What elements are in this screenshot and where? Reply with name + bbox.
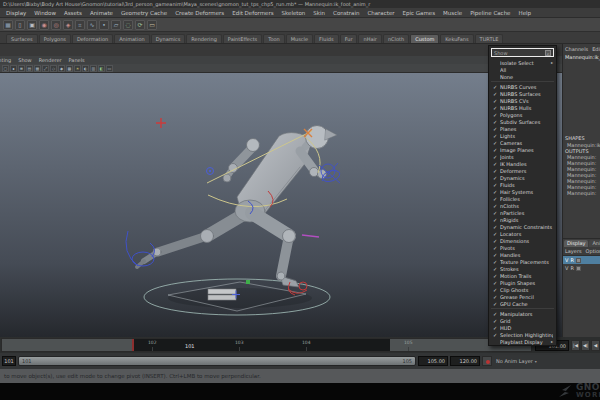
menu-item[interactable]: Help	[519, 10, 532, 16]
wireframe-icon[interactable]: ◇	[50, 65, 57, 72]
show-menu-item[interactable]: ✓ NURBS Surfaces	[489, 90, 556, 97]
show-menu-item[interactable]: All	[489, 66, 556, 73]
show-menu-item[interactable]: ✓ nParticles	[489, 209, 556, 216]
menu-set-icon[interactable]: ▦	[3, 20, 13, 30]
show-menu-item[interactable]: ✓ Follicles	[489, 195, 556, 202]
select-hierarchy-icon[interactable]: ◉	[39, 20, 49, 30]
panel-menu-item[interactable]: Panels	[69, 57, 85, 63]
select-component-icon[interactable]: ◈	[63, 20, 73, 30]
shelf-tab[interactable]: KekuFans	[440, 34, 473, 43]
step-back-key-button[interactable]: ◀|	[581, 340, 590, 351]
show-menu-header[interactable]: Show ⌕	[491, 48, 554, 57]
show-menu-item[interactable]: ✓ Polygons	[489, 111, 556, 118]
menu-item[interactable]: Assets	[64, 10, 82, 16]
isolate-select-icon[interactable]: ◧	[98, 65, 105, 72]
save-scene-icon[interactable]: ▣	[27, 20, 37, 30]
selected-object-name[interactable]: Mannequin:ik_foot_anim_r	[563, 53, 600, 61]
select-object-icon[interactable]: ◎	[51, 20, 61, 30]
menu-item[interactable]: Constrain	[333, 10, 359, 16]
shelf-tab[interactable]: Fur	[340, 34, 358, 43]
snap-plane-icon[interactable]: ▱	[111, 20, 121, 30]
menu-item[interactable]: Animate	[90, 10, 113, 16]
show-menu-item[interactable]: ✓ IK Handles	[489, 160, 556, 167]
menu-item[interactable]: Pipeline Cache	[470, 10, 510, 16]
show-menu-item[interactable]: ✓ Strokes	[489, 265, 556, 272]
resolution-gate-icon[interactable]: ▭	[106, 65, 113, 72]
panel-menu-item[interactable]: Lighting	[0, 57, 11, 63]
make-live-icon[interactable]: ◌	[123, 20, 133, 30]
show-menu-item[interactable]: ✓ NURBS Hulls	[489, 104, 556, 111]
time-slider[interactable]: 101 102 103 104 105	[1, 338, 532, 352]
range-slider[interactable]: 101 105	[18, 356, 416, 366]
show-menu-item[interactable]: ✓ NURBS Curves	[489, 83, 556, 90]
step-back-frame-button[interactable]: ◀	[591, 340, 600, 351]
output-node-name[interactable]: Mannequin:	[563, 190, 600, 196]
current-time-marker[interactable]	[132, 339, 134, 351]
layer-color-swatch[interactable]	[576, 258, 581, 263]
selected-frame-range[interactable]	[132, 339, 390, 351]
show-menu-item[interactable]: ✓ Planes	[489, 125, 556, 132]
show-menu-item[interactable]: None	[489, 73, 556, 80]
shelf-tab[interactable]: Rendering	[186, 34, 222, 43]
viewport-scene[interactable]	[0, 73, 562, 337]
anim-layer-dropdown[interactable]: No Anim Layer	[496, 358, 533, 364]
show-menu-item[interactable]: ✓ Dynamic Constraints	[489, 223, 556, 230]
shelf-tab[interactable]: Deformation	[72, 34, 113, 43]
menu-item[interactable]: Epic Games	[403, 10, 436, 16]
show-menu-item[interactable]: ✓ Subdiv Surfaces	[489, 118, 556, 125]
render-current-frame-icon[interactable]: ▭	[147, 20, 157, 30]
show-menu-item[interactable]: ✓ HUD	[489, 324, 556, 331]
smooth-shade-icon[interactable]: ◆	[58, 65, 65, 72]
camera-attributes-icon[interactable]: ≡	[18, 65, 25, 72]
layer-reference-toggle[interactable]: R	[570, 256, 573, 264]
menu-item[interactable]: Window	[34, 10, 56, 16]
channel-box-menu-item[interactable]: Channels	[565, 46, 588, 52]
image-plane-icon[interactable]: ▦	[34, 65, 41, 72]
shelf-tab[interactable]: TURTLE	[475, 34, 504, 43]
show-menu-item[interactable]: ✓ Motion Trails	[489, 272, 556, 279]
search-icon[interactable]: ⌕	[545, 50, 551, 56]
show-menu-item[interactable]: ✓ Plugin Shapes	[489, 279, 556, 286]
shelf-tab[interactable]: Surfaces	[6, 34, 38, 43]
show-menu-item[interactable]: ✓ Handles	[489, 251, 556, 258]
snap-point-icon[interactable]: •	[99, 20, 109, 30]
show-menu-item[interactable]: ✓ Dynamics	[489, 174, 556, 181]
select-camera-icon[interactable]: ▢	[2, 65, 9, 72]
shelf-tab[interactable]: Muscle	[286, 34, 313, 43]
show-menu-item[interactable]: ✓ Hair Systems	[489, 188, 556, 195]
show-menu-item[interactable]: ✓ Clip Ghosts	[489, 286, 556, 293]
display-layer-row[interactable]: V R	[563, 264, 600, 272]
animation-end-field[interactable]: 120.00	[450, 356, 480, 366]
menu-item[interactable]: Skeleton	[282, 10, 306, 16]
show-menu-item[interactable]: ✓ Selection Highlighting	[489, 331, 556, 338]
menu-item[interactable]: Muscle	[443, 10, 462, 16]
animation-start-field[interactable]: 101	[2, 356, 16, 366]
shadows-icon[interactable]: ◐	[82, 65, 89, 72]
show-menu-item[interactable]: ✓ Cameras	[489, 139, 556, 146]
panel-menu-item[interactable]: Renderer	[39, 57, 62, 63]
viewport-3d[interactable]	[0, 73, 562, 337]
menu-item[interactable]: Character	[367, 10, 394, 16]
construction-history-icon[interactable]: ⟳	[135, 20, 145, 30]
show-menu-item[interactable]: ✓ Deformers	[489, 167, 556, 174]
shelf-tab[interactable]: nHair	[358, 34, 381, 43]
show-menu-item-playblast-display[interactable]: Playblast Display ▸	[489, 338, 556, 345]
lighting-icon[interactable]: ☀	[74, 65, 81, 72]
tab-anim-layers[interactable]: Anim	[589, 240, 600, 247]
menu-item[interactable]: Geometry Cache	[121, 10, 167, 16]
layer-editor-menu-item[interactable]: Layers	[565, 248, 582, 254]
shelf-tab[interactable]: Polygons	[39, 34, 71, 43]
playback-end-field[interactable]: 105.00	[418, 356, 448, 366]
menu-item[interactable]: Edit Deformers	[232, 10, 273, 16]
channel-box-menu-item[interactable]: Edit	[592, 46, 600, 52]
new-scene-icon[interactable]: ▯	[15, 20, 25, 30]
lock-camera-icon[interactable]: ∎	[10, 65, 17, 72]
panel-menu-item[interactable]: Show	[18, 57, 32, 63]
center-of-mass-marker[interactable]	[246, 280, 250, 284]
shelf-tab[interactable]: Dynamics	[151, 34, 186, 43]
show-menu-item[interactable]: ✓ Pivots	[489, 244, 556, 251]
snap-grid-icon[interactable]: ⌗	[75, 20, 85, 30]
show-menu-item[interactable]: ✓ nCloths	[489, 202, 556, 209]
show-menu-item[interactable]: ✓ Manipulators	[489, 310, 556, 317]
shelf-tab[interactable]: Toon	[263, 34, 285, 43]
